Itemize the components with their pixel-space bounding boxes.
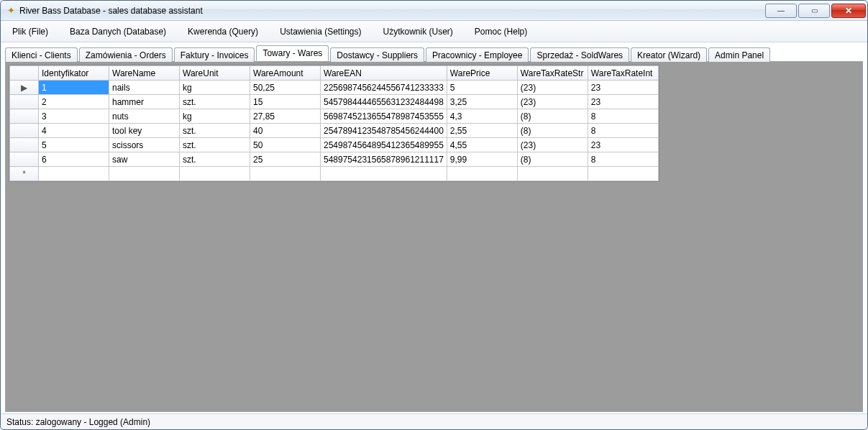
cell-price[interactable]: 5 [447,81,517,95]
cell-taxint[interactable]: 23 [588,95,658,109]
maximize-button[interactable]: ▭ [798,4,830,18]
cell-taxint[interactable]: 8 [588,124,658,138]
tab-sprzedaz[interactable]: Sprzedaż - SoldWares [530,47,629,62]
menu-baza[interactable]: Baza Danych (Database) [65,24,170,40]
cell-taxstr[interactable] [517,167,588,181]
row-marker[interactable] [10,138,39,152]
cell-id[interactable]: 5 [39,138,109,152]
col-waretaxrateint[interactable]: WareTaxRateInt [588,66,658,81]
cell-taxint[interactable] [588,167,658,181]
tab-klienci[interactable]: Klienci - Clients [5,47,78,62]
col-identyfikator[interactable]: Identyfikator [39,66,109,81]
cell-price[interactable]: 2,55 [447,124,517,138]
cell-name[interactable]: hammer [109,95,180,109]
cell-amount[interactable]: 40 [250,124,321,138]
titlebar[interactable]: ✦ River Bass Database - sales database a… [1,1,867,21]
col-wareunit[interactable]: WareUnit [180,66,250,81]
close-button[interactable]: ✕ [831,4,866,18]
cell-id[interactable]: 1 [39,81,109,95]
col-rowselector[interactable] [10,66,39,81]
cell-taxstr[interactable]: (8) [517,152,588,167]
cell-price[interactable] [447,167,517,181]
cell-unit[interactable]: szt. [180,124,250,138]
cell-price[interactable]: 4,3 [447,109,517,124]
cell-taxstr[interactable]: (8) [517,124,588,138]
table-row[interactable]: 5 scissors szt. 50 254987456489541236548… [10,138,659,152]
cell-name[interactable]: tool key [109,124,180,138]
cell-ean[interactable]: 2549874564895412365489955 [321,138,447,152]
cell-unit[interactable]: kg [180,81,250,95]
row-marker-new[interactable]: * [10,167,39,181]
row-marker[interactable] [10,124,39,138]
cell-ean[interactable]: 2256987456244556741233333 [321,81,447,95]
cell-taxstr[interactable]: (23) [517,138,588,152]
cell-name[interactable]: scissors [109,138,180,152]
cell-ean[interactable] [321,167,447,181]
cell-unit[interactable]: kg [180,109,250,124]
cell-amount[interactable]: 50,25 [250,81,321,95]
cell-amount[interactable]: 27,85 [250,109,321,124]
cell-taxstr[interactable]: (23) [517,95,588,109]
cell-amount[interactable] [250,167,321,181]
cell-taxint[interactable]: 8 [588,109,658,124]
cell-id[interactable]: 6 [39,152,109,167]
cell-name[interactable]: nuts [109,109,180,124]
row-marker[interactable] [10,152,39,167]
col-wareprice[interactable]: WarePrice [447,66,517,81]
cell-ean[interactable]: 5457984444655631232484498 [321,95,447,109]
cell-taxstr[interactable]: (8) [517,109,588,124]
cell-taxint[interactable]: 23 [588,81,658,95]
tab-dostawcy[interactable]: Dostawcy - Suppliers [330,47,424,62]
cell-unit[interactable]: szt. [180,95,250,109]
row-marker-current[interactable]: ▶ [10,81,39,95]
cell-unit[interactable]: szt. [180,152,250,167]
cell-price[interactable]: 3,25 [447,95,517,109]
cell-id[interactable]: 3 [39,109,109,124]
tab-admin[interactable]: Admin Panel [708,47,770,62]
table-row[interactable]: ▶ 1 nails kg 50,25 225698745624455674123… [10,81,659,95]
cell-ean[interactable]: 5489754231565878961211117 [321,152,447,167]
menu-uzytkownik[interactable]: Użytkownik (User) [379,24,457,40]
table-row[interactable]: 6 saw szt. 25 5489754231565878961211117 … [10,152,659,167]
cell-taxint[interactable]: 23 [588,138,658,152]
cell-id[interactable]: 4 [39,124,109,138]
cell-price[interactable]: 9,99 [447,152,517,167]
cell-amount[interactable]: 50 [250,138,321,152]
cell-unit[interactable]: szt. [180,138,250,152]
cell-ean[interactable]: 5698745213655478987453555 [321,109,447,124]
col-wareamount[interactable]: WareAmount [250,66,321,81]
tabstrip: Klienci - Clients Zamówienia - Orders Fa… [5,45,863,61]
cell-price[interactable]: 4,55 [447,138,517,152]
cell-amount[interactable]: 15 [250,95,321,109]
cell-taxint[interactable]: 8 [588,152,658,167]
tab-zamowienia[interactable]: Zamówienia - Orders [79,47,173,62]
col-wareean[interactable]: WareEAN [321,66,447,81]
cell-taxstr[interactable]: (23) [517,81,588,95]
col-warename[interactable]: WareName [109,66,180,81]
minimize-button[interactable]: — [765,4,797,18]
menu-plik[interactable]: Plik (File) [8,24,52,40]
cell-unit[interactable] [180,167,250,181]
cell-name[interactable]: saw [109,152,180,167]
menu-ustawienia[interactable]: Ustawienia (Settings) [275,24,365,40]
cell-id[interactable]: 2 [39,95,109,109]
cell-amount[interactable]: 25 [250,152,321,167]
cell-ean[interactable]: 2547894123548785456244400 [321,124,447,138]
table-row[interactable]: 2 hammer szt. 15 54579844446556312324844… [10,95,659,109]
col-waretaxratestr[interactable]: WareTaxRateStr [517,66,588,81]
table-row[interactable]: 4 tool key szt. 40 254789412354878545624… [10,124,659,138]
tab-pracownicy[interactable]: Pracownicy - Employee [426,47,529,62]
menu-pomoc[interactable]: Pomoc (Help) [470,24,531,40]
cell-name[interactable]: nails [109,81,180,95]
menu-kwerenda[interactable]: Kwerenda (Query) [183,24,262,40]
table-row[interactable]: 3 nuts kg 27,85 569874521365547898745355… [10,109,659,124]
cell-id[interactable] [39,167,109,181]
row-marker[interactable] [10,95,39,109]
row-marker[interactable] [10,109,39,124]
datagrid-wares[interactable]: Identyfikator WareName WareUnit WareAmou… [9,65,659,182]
tab-faktury[interactable]: Faktury - Invoices [174,47,255,62]
tab-kreator[interactable]: Kreator (Wizard) [631,47,707,62]
tab-towary[interactable]: Towary - Wares [256,45,329,61]
cell-name[interactable] [109,167,180,181]
table-row-new[interactable]: * [10,167,659,181]
